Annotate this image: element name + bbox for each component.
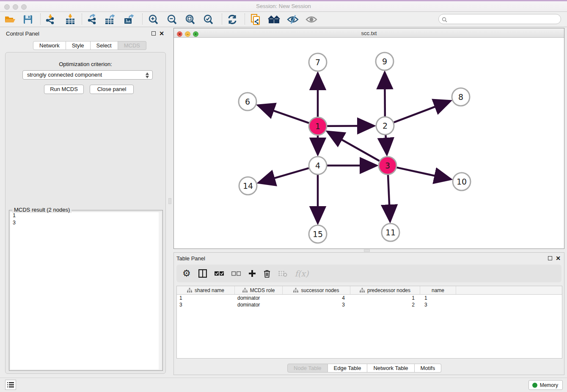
zoom-fit-icon[interactable] — [183, 13, 197, 26]
hide-graphics-details-icon[interactable] — [286, 13, 300, 26]
apply-layout-icon[interactable] — [226, 13, 239, 26]
table-panel-title: Table Panel — [176, 255, 205, 262]
cell[interactable]: 1 — [177, 295, 235, 301]
cell[interactable]: 1 — [420, 295, 456, 301]
node-label-11: 11 — [385, 228, 396, 237]
edge-2-8[interactable] — [394, 102, 449, 123]
node-label-7: 7 — [315, 58, 320, 67]
close-panel-icon[interactable]: ✕ — [159, 30, 164, 37]
node-label-6: 6 — [245, 97, 250, 106]
node-label-4: 4 — [315, 161, 320, 170]
node-label-9: 9 — [382, 57, 387, 66]
mcds-result-text[interactable]: 13 — [10, 212, 162, 370]
column-header-shared-name[interactable]: shared name — [177, 286, 235, 294]
cell[interactable]: 1 — [350, 295, 420, 301]
column-header-MCDS-role[interactable]: MCDS role — [235, 286, 283, 294]
show-columns-icon[interactable] — [198, 269, 207, 278]
optimization-criterion-select[interactable]: strongly connected component — [22, 70, 153, 80]
float-panel-icon[interactable] — [151, 31, 156, 36]
optimization-criterion-label: Optimization criterion: — [6, 61, 165, 67]
result-line: 3 — [10, 219, 162, 226]
network-window-titlebar[interactable]: ✕−+ scc.txt — [174, 28, 564, 38]
column-header-successor-nodes[interactable]: successor nodes — [283, 286, 350, 294]
show-graphics-details-icon[interactable] — [305, 13, 318, 26]
save-session-icon[interactable] — [21, 13, 35, 26]
edge-1-2[interactable] — [327, 126, 372, 126]
tab-style[interactable]: Style — [66, 41, 91, 50]
import-table-icon[interactable] — [63, 13, 77, 26]
export-table-icon[interactable] — [104, 13, 117, 26]
horizontal-splitter[interactable] — [364, 249, 370, 252]
function-builder-icon: f(x) — [295, 269, 309, 278]
cell[interactable]: dominator — [235, 301, 283, 308]
cell[interactable]: dominator — [235, 295, 283, 301]
result-scrollbar[interactable] — [159, 212, 162, 370]
network-overview-icon[interactable] — [267, 13, 281, 26]
tab-edge-table[interactable]: Edge Table — [328, 364, 368, 373]
column-header-predecessor-nodes[interactable]: predecessor nodes — [350, 286, 420, 294]
cell[interactable]: 3 — [420, 301, 456, 308]
tab-network[interactable]: Network — [33, 41, 66, 50]
node-table[interactable]: shared nameMCDS rolesuccessor nodesprede… — [176, 286, 562, 359]
main-toolbar — [0, 12, 567, 27]
edge-2-9[interactable] — [385, 74, 385, 116]
open-session-icon[interactable] — [3, 13, 17, 26]
tab-network-table[interactable]: Network Table — [367, 364, 414, 373]
edge-3-11[interactable] — [388, 175, 390, 220]
search-box[interactable] — [438, 14, 561, 24]
zoom-selected-icon[interactable] — [201, 13, 215, 26]
table-settings-icon[interactable]: ⚙ — [182, 268, 191, 279]
tab-motifs[interactable]: Motifs — [415, 364, 442, 373]
search-input[interactable] — [450, 15, 558, 23]
mcds-panel: Optimization criterion: strongly connect… — [5, 52, 166, 374]
import-network-icon[interactable] — [44, 13, 57, 26]
close-panel-button[interactable]: Close panel — [90, 85, 134, 94]
table-header-row: shared nameMCDS rolesuccessor nodesprede… — [177, 286, 562, 295]
cell[interactable]: 4 — [283, 295, 350, 301]
memory-label: Memory — [540, 382, 558, 388]
cell[interactable]: 3 — [177, 301, 235, 308]
table-row[interactable]: 1dominator411 — [177, 295, 562, 301]
selected-criterion: strongly connected component — [27, 72, 102, 78]
float-table-panel-icon[interactable] — [548, 256, 552, 260]
cell[interactable]: 3 — [283, 301, 350, 308]
window-titlebar: Session: New Session — [0, 0, 567, 12]
column-header-name[interactable]: name — [420, 286, 456, 294]
create-column-icon[interactable] — [248, 270, 256, 277]
export-network-icon[interactable] — [85, 13, 99, 26]
export-image-icon[interactable] — [122, 13, 136, 26]
table-row[interactable]: 3dominator323 — [177, 301, 562, 308]
window-top-stripe — [0, 0, 567, 1]
clone-network-icon[interactable] — [249, 13, 262, 26]
tab-select[interactable]: Select — [91, 41, 118, 50]
control-panel: Control Panel ✕ NetworkStyleSelectMCDS O… — [3, 28, 168, 375]
task-history-button[interactable] — [5, 380, 16, 390]
zoom-out-icon[interactable] — [165, 13, 179, 26]
cell[interactable]: 2 — [350, 301, 420, 308]
select-all-columns-icon[interactable] — [215, 271, 224, 276]
edge-3-1[interactable] — [329, 133, 380, 161]
mcds-result-box: MCDS result (2 nodes) 13 — [9, 210, 163, 371]
control-panel-tabs: NetworkStyleSelectMCDS — [33, 41, 146, 50]
table-toolbar: ⚙ f(x) — [176, 265, 561, 282]
unselect-all-columns-icon[interactable] — [231, 271, 241, 276]
close-table-panel-icon[interactable]: ✕ — [556, 255, 561, 262]
zoom-in-icon[interactable] — [146, 13, 160, 26]
vertical-splitter[interactable] — [168, 28, 172, 375]
tab-mcds[interactable]: MCDS — [118, 41, 146, 50]
run-mcds-button[interactable]: Run MCDS — [44, 85, 84, 94]
edge-4-14[interactable] — [260, 168, 309, 182]
node-label-1: 1 — [315, 121, 320, 131]
edge-3-10[interactable] — [396, 168, 449, 179]
tab-node-table[interactable]: Node Table — [287, 364, 328, 373]
node-label-15: 15 — [313, 229, 323, 239]
delete-column-icon[interactable] — [264, 270, 270, 278]
memory-status-icon — [532, 383, 537, 388]
edge-1-6[interactable] — [259, 106, 309, 123]
search-icon — [442, 17, 447, 24]
network-graph[interactable]: 7968124314101511 — [174, 38, 564, 248]
node-label-10: 10 — [457, 177, 467, 186]
edge-2-3[interactable] — [385, 135, 387, 153]
result-line: 1 — [10, 212, 162, 219]
memory-button[interactable]: Memory — [528, 380, 563, 390]
